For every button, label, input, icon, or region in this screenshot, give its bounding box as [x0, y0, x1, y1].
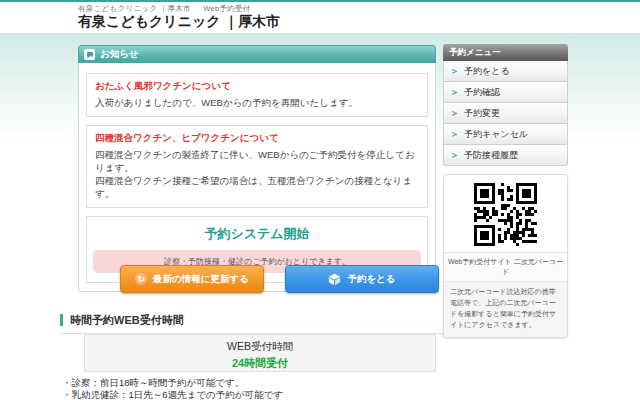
- refresh-icon: ↻: [135, 273, 147, 285]
- web-hours-value: 24時間受付: [85, 356, 435, 371]
- chevron-right-icon: ＞: [450, 107, 459, 120]
- sidebar-item-label: 予約をとる: [464, 65, 510, 78]
- qr-code: [444, 175, 567, 252]
- breadcrumb-page: Web予約受付: [203, 4, 250, 13]
- notice-item: おたふく風邪ワクチンについて 入荷がありましたので、WEBからの予約を再開いたし…: [86, 73, 428, 117]
- sidebar-item-vaccination-history[interactable]: ＞ 予防接種履歴: [443, 145, 568, 166]
- menu-title-bar: 予約メニュー: [443, 44, 568, 61]
- qr-caption: Web予約受付サイト 二次元バーコード: [444, 252, 567, 282]
- web-hours-label: WEB受付時間: [85, 340, 435, 354]
- reservation-menu: 予約メニュー ＞ 予約をとる ＞ 予約確認 ＞ 予約変更 ＞ 予約キャンセル ＞…: [443, 44, 568, 166]
- web-hours-section-title: 時間予約WEB受付時間: [60, 314, 184, 326]
- chevron-right-icon: ＞: [450, 149, 459, 162]
- notice-item: 四種混合ワクチン、ヒブワクチンについて 四種混合ワクチンの製造終了に伴い、WEB…: [86, 125, 428, 208]
- notice-item-title: おたふく風邪ワクチンについて: [95, 80, 419, 93]
- notice-item-text: 入荷がありましたので、WEBからの予約を再開いたします。: [95, 96, 419, 109]
- web-hours-notes: ・診察：前日18時～時間予約が可能です。 ・乳幼児健診：1日先～6週先までの予約…: [62, 377, 442, 400]
- notice-header-label: お知らせ: [100, 48, 139, 61]
- chevron-right-icon: ＞: [450, 86, 459, 99]
- notice-header-bar: お知らせ: [78, 45, 436, 63]
- qr-description: 二次元バーコード読込対応の携帯電話等で、上記の二次元バーコードを撮影すると簡単に…: [444, 282, 567, 337]
- sidebar-item-label: 予防接種履歴: [464, 149, 518, 162]
- sidebar-item-change[interactable]: ＞ 予約変更: [443, 103, 568, 124]
- refresh-button[interactable]: ↻ 最新の情報に更新する: [120, 265, 264, 293]
- sidebar-item-confirm[interactable]: ＞ 予約確認: [443, 82, 568, 103]
- web-hours-section-header: 時間予約WEB受付時間: [60, 310, 443, 334]
- notice-item-title: 四種混合ワクチン、ヒブワクチンについて: [95, 132, 419, 145]
- notice-item-text: 四種混合ワクチン接種ご希望の場合は、五種混合ワクチンの接種となります。: [95, 174, 419, 200]
- qr-panel: Web予約受付サイト 二次元バーコード 二次元バーコード読込対応の携帯電話等で、…: [443, 174, 568, 338]
- notice-body: おたふく風邪ワクチンについて 入荷がありましたので、WEBからの予約を再開いたし…: [78, 63, 436, 292]
- note-line: ・乳幼児健診：1日先～6週先までの予約が可能です: [62, 389, 442, 400]
- top-accent-line: [0, 0, 640, 2]
- notice-bubble-icon: [84, 49, 95, 60]
- page-title: 有泉こどもクリニック ｜厚木市: [78, 13, 280, 31]
- system-start-heading: 予約システム開始: [93, 225, 421, 243]
- web-hours-box: WEB受付時間 24時間受付: [84, 334, 436, 372]
- breadcrumb-site: 有泉こどもクリニック ｜厚木市: [78, 4, 191, 13]
- chevron-right-icon: ＞: [450, 128, 459, 141]
- sidebar-item-label: 予約キャンセル: [464, 128, 528, 141]
- reserve-button-label: 予約をとる: [347, 273, 395, 286]
- note-line: ・診察：前日18時～時間予約が可能です。: [62, 377, 442, 389]
- sidebar-item-reserve[interactable]: ＞ 予約をとる: [443, 61, 568, 82]
- reserve-button[interactable]: 予約をとる: [285, 265, 439, 293]
- sidebar-item-cancel[interactable]: ＞ 予約キャンセル: [443, 124, 568, 145]
- notice-section: お知らせ おたふく風邪ワクチンについて 入荷がありましたので、WEBからの予約を…: [78, 45, 436, 292]
- cube-icon: [328, 273, 341, 286]
- sidebar-item-label: 予約確認: [464, 86, 500, 99]
- notice-item-text: 四種混合ワクチンの製造終了に伴い、WEBからのご予約受付を停止しております。: [95, 148, 419, 174]
- refresh-button-label: 最新の情報に更新する: [153, 273, 249, 286]
- chevron-right-icon: ＞: [450, 65, 459, 78]
- sidebar-item-label: 予約変更: [464, 107, 500, 120]
